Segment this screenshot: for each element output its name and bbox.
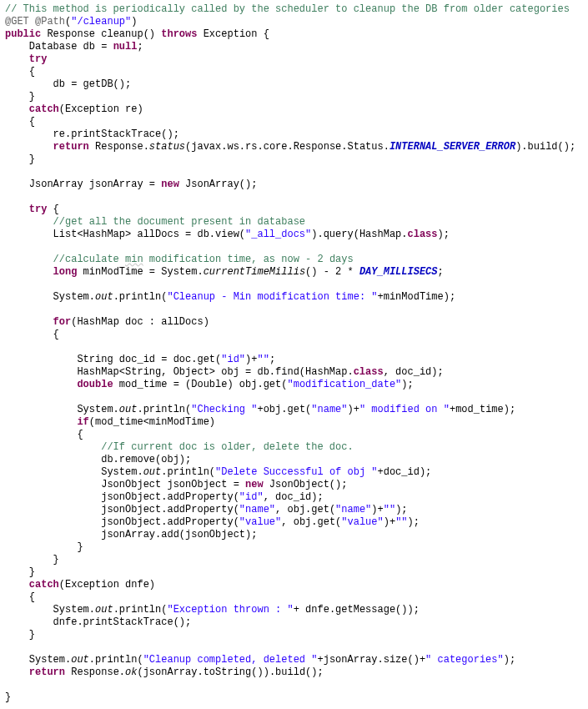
code-line: Database db = null; (5, 41, 583, 53)
code-token (5, 316, 53, 328)
code-token: .println( (137, 404, 191, 415)
code-token (5, 266, 53, 278)
code-token: .println( (89, 654, 143, 666)
code-token (5, 216, 53, 228)
code-token: re.printStackTrace(); (5, 128, 179, 140)
code-token: out (119, 404, 138, 415)
code-token: (Exception re) (59, 103, 143, 115)
code-line: } (5, 541, 583, 554)
code-token (5, 416, 77, 428)
code-line: JsonArray jsonArray = new JsonArray(); (5, 179, 583, 191)
code-token: "Cleanup completed, deleted " (143, 654, 318, 666)
code-line: } (5, 153, 583, 166)
code-line: return Response.ok(jsonArray.toString())… (5, 666, 583, 679)
code-token: ); (395, 504, 407, 515)
code-token: catch (29, 579, 59, 591)
code-token: DAY_MILLISECS (359, 266, 438, 278)
code-token: ); (438, 229, 450, 240)
code-line: try (5, 53, 583, 66)
code-token: JsonArray(); (179, 179, 258, 190)
code-token: "value" (341, 516, 383, 528)
code-token: + dnfe.getMessage()); (294, 604, 420, 616)
code-token: try (29, 53, 48, 65)
code-line: HashMap<String, Object> obj = db.find(Ha… (5, 366, 583, 379)
code-token: ).query(HashMap. (311, 229, 407, 240)
code-token: ok (125, 666, 137, 678)
code-token (5, 666, 29, 678)
code-token: //get all the document present in databa… (53, 216, 305, 228)
code-token: } (5, 541, 83, 553)
code-token: { (47, 204, 58, 215)
code-line: jsonObject.addProperty("value", obj.get(… (5, 516, 583, 529)
code-line: } (5, 566, 583, 579)
code-line (5, 341, 583, 354)
code-token: )+ (371, 504, 383, 515)
code-token: )+ (348, 404, 359, 415)
code-token: public (5, 28, 41, 40)
code-line (5, 679, 583, 691)
code-token: JsonObject jsonObject = (5, 479, 245, 490)
code-token: " modified on " (359, 404, 450, 415)
code-token (5, 579, 29, 591)
code-line: dnfe.printStackTrace(); (5, 616, 583, 629)
code-token: ); (408, 516, 420, 528)
code-line: catch(Exception re) (5, 103, 583, 116)
code-token: Database db = (5, 41, 113, 53)
code-token: , obj.get( (275, 504, 335, 515)
code-token: //If current doc is older, delete the do… (101, 441, 353, 453)
code-token: HashMap<String, Object> obj = db.find(Ha… (5, 366, 354, 378)
code-token: +jsonArray.size()+ (317, 654, 425, 666)
code-token: System. (5, 466, 143, 478)
code-token: out (143, 466, 162, 478)
code-token: String doc_id = doc.get( (5, 354, 221, 365)
code-token: double (77, 379, 113, 390)
code-line: re.printStackTrace(); (5, 128, 583, 141)
code-token: class (407, 229, 437, 240)
code-token: (Exception dnfe) (59, 579, 155, 591)
code-line: public Response cleanup() throws Excepti… (5, 28, 583, 41)
code-line: } (5, 629, 583, 641)
code-line: } (5, 554, 583, 566)
code-token: ) (131, 16, 137, 28)
code-line: { (5, 429, 583, 441)
code-token: +minModTime); (378, 291, 456, 303)
code-line (5, 241, 583, 254)
code-token: @GET (5, 16, 29, 28)
code-line: System.out.println("Checking "+obj.get("… (5, 404, 583, 416)
code-line: } (5, 691, 583, 704)
code-token (5, 53, 29, 65)
code-token: { (5, 329, 59, 340)
code-token: new (161, 179, 179, 190)
code-token: } (5, 566, 35, 578)
code-token: "_all_docs" (245, 229, 311, 240)
code-token: "/cleanup" (71, 16, 131, 28)
code-line: { (5, 116, 583, 128)
code-token: } (5, 91, 35, 103)
code-line: db = getDB(); (5, 78, 583, 91)
code-token: (mod_time<minModTime) (89, 416, 215, 428)
code-token (5, 441, 101, 453)
code-token: Response cleanup() (41, 28, 161, 40)
code-token: return (53, 141, 89, 153)
code-token: // This method is periodically called by… (5, 3, 570, 15)
code-token: "id" (239, 491, 264, 503)
code-token: , obj.get( (281, 516, 341, 528)
code-token: , doc_id); (264, 491, 324, 503)
code-token: System. (5, 404, 119, 415)
code-token: jsonObject.addProperty( (5, 491, 239, 503)
code-line: @GET @Path("/cleanup") (5, 16, 583, 28)
code-token: "id" (221, 354, 245, 365)
code-token: { (5, 66, 35, 78)
code-token: +obj.get( (257, 404, 311, 415)
code-token: ); (401, 379, 413, 390)
code-token: for (53, 316, 72, 328)
code-token: INTERNAL_SERVER_ERROR (389, 141, 515, 153)
code-token: " categories" (425, 654, 504, 666)
code-token: jsonArray.add(jsonObject); (5, 529, 257, 541)
code-token: +mod_time); (450, 404, 515, 415)
code-token: new (245, 479, 264, 490)
code-line: catch(Exception dnfe) (5, 579, 583, 591)
code-token: .println( (113, 604, 168, 616)
code-line: System.out.println("Cleanup - Min modifi… (5, 291, 583, 304)
code-token: //calculate (53, 254, 125, 265)
